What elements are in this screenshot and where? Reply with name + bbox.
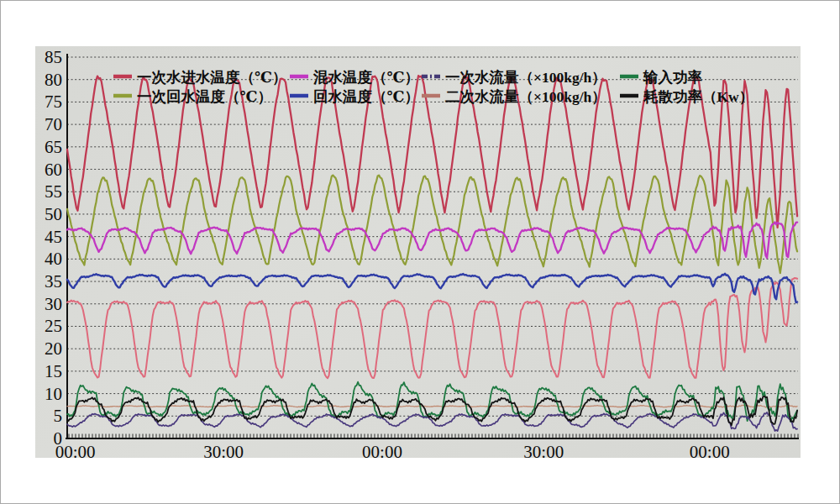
series-line-primary-flow (67, 412, 797, 431)
legend-label-1-1: 回水温度（℃） (313, 88, 419, 105)
y-tick-label: 10 (45, 384, 62, 404)
series-line-secondary-flow (67, 278, 797, 378)
y-tick-label: 15 (45, 361, 62, 381)
y-tick-label: 50 (45, 204, 62, 224)
legend-label-1-0: 一次回水温度（℃） (137, 88, 272, 105)
x-tick-label: 00:00 (690, 442, 730, 462)
x-tick-label: 00:00 (362, 442, 402, 462)
y-tick-label: 25 (45, 316, 62, 336)
x-tick-label: 30:00 (523, 442, 564, 462)
series-line-primary-return-temp (67, 176, 797, 274)
y-tick-label: 80 (45, 70, 62, 90)
y-tick-label: 70 (45, 114, 62, 134)
y-tick-label: 30 (45, 294, 62, 314)
y-tick-label: 40 (45, 249, 62, 269)
series-line-return-temp (67, 274, 797, 302)
y-tick-label: 75 (45, 92, 62, 112)
y-tick-label: 55 (45, 181, 62, 202)
legend-label-0-1: 混水温度（℃） (312, 69, 419, 86)
legend-label-0-0: 一次水进水温度（℃） (137, 69, 286, 86)
y-tick-label: 35 (45, 271, 62, 291)
chart-canvas: 051015202530354045505560657075808500:003… (0, 0, 840, 504)
y-tick-label: 65 (45, 137, 62, 157)
y-tick-label: 45 (45, 227, 62, 247)
y-tick-label: 20 (45, 339, 62, 359)
y-tick-label: 5 (54, 406, 63, 426)
legend-label-0-2: 一次水流量（×100kg/h） (445, 69, 606, 86)
x-tick-label: 30:00 (203, 442, 244, 462)
y-tick-label: 85 (45, 47, 62, 67)
legend-label-0-3: 输入功率 (643, 69, 703, 86)
legend-label-1-2: 二次水流量（×100kg/h） (445, 88, 606, 105)
y-tick-label: 60 (45, 160, 62, 180)
x-tick-label: 00:00 (55, 442, 96, 462)
series-line-flat-reference-line (67, 405, 797, 407)
legend-label-1-3: 耗散功率（Kw） (643, 88, 753, 105)
